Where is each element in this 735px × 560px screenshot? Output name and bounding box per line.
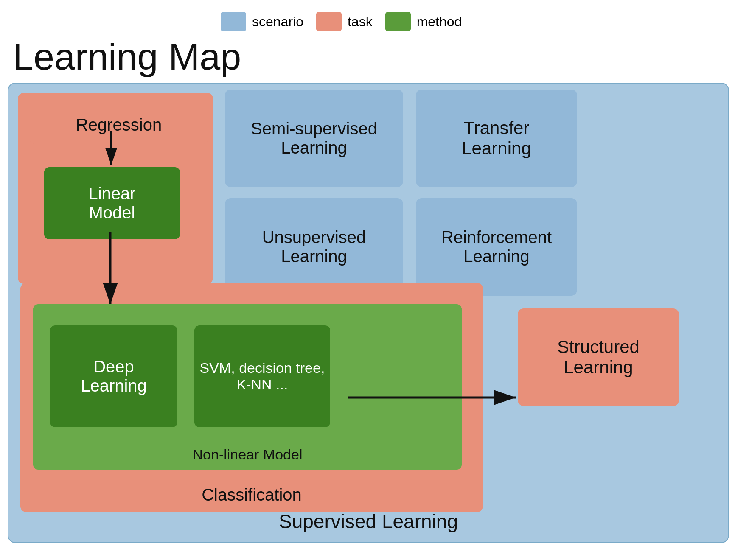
regression-box: Regression: [30, 106, 208, 144]
legend-scenario: scenario: [221, 12, 303, 31]
legend-task: task: [316, 12, 373, 31]
semi-supervised-label: Semi-supervisedLearning: [251, 119, 377, 157]
nonlinear-label: Non-linear Model: [33, 446, 462, 463]
linear-model-label: LinearModel: [88, 184, 135, 222]
unsupervised-learning-box: UnsupervisedLearning: [225, 198, 403, 296]
reinforcement-label: ReinforcementLearning: [441, 228, 552, 266]
supervised-learning-box: Semi-supervisedLearning TransferLearning…: [8, 83, 729, 543]
legend: scenario task method: [221, 12, 462, 31]
classification-label: Classification: [20, 485, 483, 504]
transfer-learning-label: TransferLearning: [462, 118, 531, 159]
nonlinear-model-box: DeepLearning SVM, decision tree, K-NN ..…: [33, 304, 462, 470]
reinforcement-learning-box: ReinforcementLearning: [416, 198, 577, 296]
svm-box: SVM, decision tree, K-NN ...: [194, 325, 330, 427]
classification-box: DeepLearning SVM, decision tree, K-NN ..…: [20, 283, 483, 512]
page: scenario task method Learning Map Semi-s…: [0, 0, 735, 560]
semi-supervised-box: Semi-supervisedLearning: [225, 90, 403, 187]
supervised-label: Supervised Learning: [8, 510, 728, 533]
structured-learning-box: StructuredLearning: [518, 308, 679, 406]
scenario-label: scenario: [252, 14, 303, 30]
task-label: task: [348, 14, 373, 30]
legend-method: method: [385, 12, 462, 31]
method-label: method: [417, 14, 462, 30]
structured-label: StructuredLearning: [557, 337, 640, 378]
unsupervised-label: UnsupervisedLearning: [262, 228, 366, 266]
deep-learning-label: DeepLearning: [81, 357, 147, 395]
transfer-learning-box: TransferLearning: [416, 90, 577, 187]
regression-label: Regression: [76, 115, 162, 134]
supervised-inner-box: Regression LinearModel: [18, 93, 213, 284]
scenario-color-box: [221, 12, 246, 31]
linear-model-box: LinearModel: [44, 167, 180, 239]
page-title: Learning Map: [13, 38, 241, 76]
method-color-box: [385, 12, 411, 31]
deep-learning-box: DeepLearning: [50, 325, 177, 427]
svm-label: SVM, decision tree, K-NN ...: [194, 360, 330, 393]
task-color-box: [316, 12, 342, 31]
